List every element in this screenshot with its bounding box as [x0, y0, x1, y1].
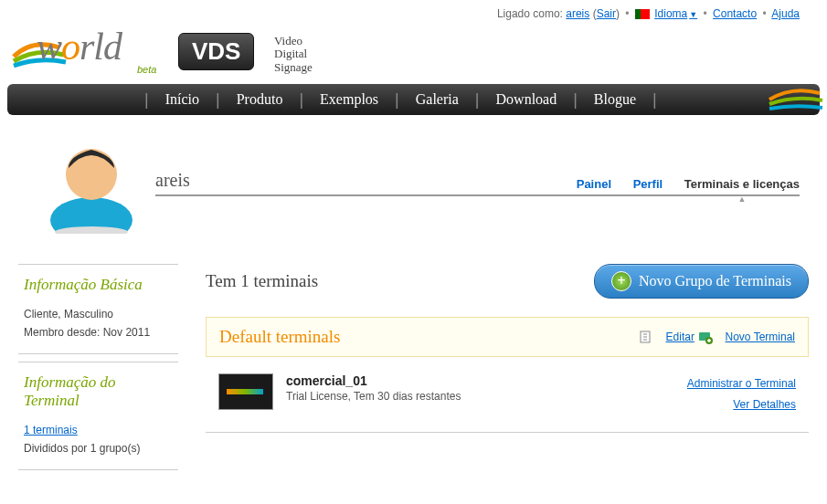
subtabs: Painel Perfil Terminais e licenças [558, 177, 800, 191]
user-link[interactable]: areis [566, 7, 589, 20]
main: Informação Básica Cliente, Masculino Mem… [18, 264, 809, 478]
nav-download[interactable]: Download [480, 91, 574, 108]
terminal-thumbnail[interactable] [218, 373, 273, 410]
vds-tagline: VideoDigitalSignage [274, 35, 313, 74]
group-actions: Editar Novo Terminal [639, 330, 795, 345]
sidebar-basic-line1: Cliente, Masculino [24, 305, 173, 323]
nav-produto[interactable]: Produto [220, 91, 300, 108]
nav-swirl-icon [760, 77, 824, 125]
profile-header: areis Painel Perfil Terminais e licenças [155, 133, 800, 236]
navbar: | Início| Produto| Exemplos| Galeria| Do… [7, 84, 820, 115]
sidebar-basic-title: Informação Básica [24, 276, 173, 294]
sidebar-term-line2: Divididos por 1 grupo(s) [24, 439, 173, 457]
nav-blogue[interactable]: Blogue [578, 91, 652, 108]
tab-terminais[interactable]: Terminais e licenças [684, 177, 800, 191]
sidebar-term-title: Informação do Terminal [24, 373, 173, 410]
help-link[interactable]: Ajuda [771, 7, 800, 20]
edit-icon [639, 330, 653, 344]
details-link[interactable]: Ver Detalhes [733, 398, 796, 411]
group-name: Default terminals [219, 327, 340, 347]
tab-painel[interactable]: Painel [577, 177, 611, 191]
sidebar-terminal-info: Informação do Terminal 1 terminais Divid… [18, 362, 178, 470]
plus-icon: + [611, 271, 631, 291]
top-links: Ligado como: areis (Sair) • Idioma▼ • Co… [0, 0, 827, 20]
sidebar-basic-info: Informação Básica Cliente, Masculino Mem… [18, 264, 178, 354]
content-heading: Tem 1 terminais [206, 271, 318, 291]
new-terminal-icon [698, 330, 713, 344]
beta-label: beta [137, 64, 156, 75]
profile-area: areis Painel Perfil Terminais e licenças [27, 133, 800, 236]
header: world beta VDS VideoDigitalSignage [0, 20, 827, 84]
terminal-name: comercial_01 [286, 373, 367, 388]
edit-group-link[interactable]: Editar [666, 331, 694, 343]
manage-terminal-link[interactable]: Administrar o Terminal [687, 377, 796, 390]
terminal-info: comercial_01 Trial License, Tem 30 dias … [273, 373, 687, 403]
terminal-actions: Administrar o Terminal Ver Detalhes [687, 373, 796, 415]
sidebar-term-link[interactable]: 1 terminais [24, 424, 78, 436]
new-terminal-link[interactable]: Novo Terminal [726, 331, 795, 343]
contact-link[interactable]: Contacto [713, 7, 757, 20]
content: Tem 1 terminais + Novo Grupo de Terminai… [187, 264, 809, 478]
sidebar: Informação Básica Cliente, Masculino Mem… [18, 264, 187, 478]
nav-exemplos[interactable]: Exemplos [303, 91, 395, 108]
terminal-status: Trial License, Tem 30 dias restantes [286, 390, 687, 403]
flag-icon [635, 9, 650, 19]
chevron-down-icon: ▼ [689, 10, 697, 19]
profile-name: areis [155, 170, 190, 191]
content-head: Tem 1 terminais + Novo Grupo de Terminai… [206, 264, 809, 299]
avatar-icon [27, 133, 155, 236]
nav-inicio[interactable]: Início [149, 91, 216, 108]
new-group-button[interactable]: + Novo Grupo de Terminais [594, 264, 809, 299]
vds-badge: VDS [178, 33, 254, 70]
logo-text[interactable]: world [37, 25, 122, 68]
sidebar-basic-line2: Membro desde: Nov 2011 [24, 323, 173, 341]
terminal-row: comercial_01 Trial License, Tem 30 dias … [206, 357, 809, 433]
language-link[interactable]: Idioma▼ [654, 7, 697, 20]
nav-galeria[interactable]: Galeria [399, 91, 475, 108]
terminal-group: Default terminals Editar Novo Terminal [206, 317, 809, 357]
tab-perfil[interactable]: Perfil [633, 177, 663, 191]
logged-as-label: Ligado como: [497, 7, 563, 20]
logout-link[interactable]: Sair [597, 7, 616, 20]
svg-point-1 [66, 149, 117, 200]
